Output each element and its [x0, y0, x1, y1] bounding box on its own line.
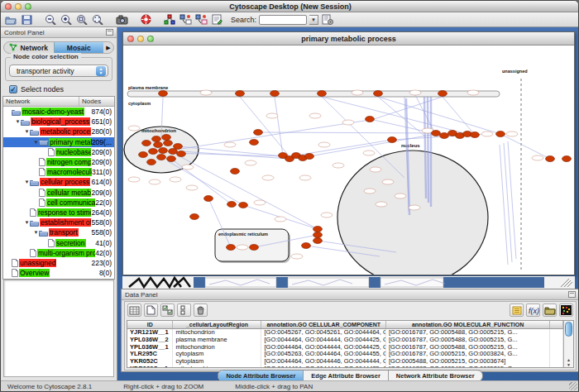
tree-column-nodes[interactable]: Nodes: [79, 97, 103, 106]
node-label-pill[interactable]: [506, 131, 518, 136]
filter-settings-icon[interactable]: [322, 14, 333, 25]
network-node[interactable]: [159, 91, 168, 97]
network-node[interactable]: [159, 148, 168, 154]
expand-arrow-icon[interactable]: ▼: [24, 220, 30, 225]
zoom-in-icon[interactable]: [60, 13, 73, 26]
expand-arrow-icon[interactable]: ▼: [33, 230, 39, 235]
network-node[interactable]: [432, 131, 441, 136]
float-data-panel-icon[interactable]: [568, 291, 576, 298]
expand-arrow-icon[interactable]: ▼: [24, 179, 30, 184]
scrollbar-arrows[interactable]: ▲▼: [564, 357, 573, 367]
network-node[interactable]: [174, 144, 183, 150]
network-node[interactable]: [305, 154, 314, 160]
tab-mosaic[interactable]: Mosaic: [54, 42, 104, 53]
node-label-pill[interactable]: [128, 126, 140, 131]
network-node[interactable]: [313, 227, 323, 232]
node-label-pill[interactable]: [363, 151, 375, 155]
node-label-pill[interactable]: [262, 175, 274, 180]
table-row[interactable]: YPL036W__1mitochondrion[GO:0044464, GO:0…: [127, 344, 563, 351]
network-node[interactable]: [270, 91, 280, 97]
node-label-pill[interactable]: [481, 131, 493, 136]
node-label-pill[interactable]: [182, 165, 194, 170]
tree-row-cellular-metabo[interactable]: cellular metabo209(0): [3, 188, 114, 198]
network-node[interactable]: [154, 142, 163, 148]
zoom-selected-icon[interactable]: [75, 13, 89, 26]
network-node[interactable]: [204, 196, 213, 202]
table-row[interactable]: YDR039C__1mitochondrion[GO:0044464, GO:0…: [127, 366, 563, 367]
tree-row-metabolic-process[interactable]: ▼metabolic process280(0): [3, 127, 114, 136]
node-label-pill[interactable]: [467, 90, 479, 95]
tree-row-multi-organism-pro[interactable]: multi-organism pro42(0): [3, 248, 114, 258]
node-label-pill[interactable]: [309, 113, 321, 118]
import-table-icon[interactable]: [543, 304, 557, 317]
float-panel-icon[interactable]: [106, 29, 113, 36]
network-node[interactable]: [177, 151, 186, 157]
network-node[interactable]: [438, 91, 447, 97]
network-node[interactable]: [440, 133, 449, 139]
heatmap-icon[interactable]: [559, 304, 573, 317]
zoom-out-icon[interactable]: [44, 13, 57, 26]
node-label-pill[interactable]: [128, 177, 140, 182]
network-node[interactable]: [302, 243, 311, 249]
network-node[interactable]: [167, 156, 176, 162]
node-label-pill[interactable]: [254, 200, 266, 205]
help-icon[interactable]: [139, 13, 152, 26]
network-node[interactable]: [562, 156, 572, 162]
tabs-overflow-button[interactable]: ▶: [103, 45, 113, 51]
node-label-pill[interactable]: [382, 179, 394, 184]
tree-row-primary-metabo[interactable]: ▼primary metabo209(...: [3, 137, 114, 147]
network-node[interactable]: [169, 149, 178, 155]
network-node[interactable]: [239, 203, 248, 208]
tree-row-establishment-of-lo[interactable]: ▼establishment of lo558(0): [3, 218, 114, 227]
node-label-pill[interactable]: [245, 160, 256, 165]
tree-row-cell-communicat[interactable]: cell communicat22(0): [3, 198, 114, 208]
tree-row-unassigned[interactable]: unassigned223(0): [3, 258, 114, 268]
network-node[interactable]: [164, 141, 173, 146]
network-node[interactable]: [236, 91, 245, 97]
save-icon[interactable]: [20, 13, 33, 26]
table-row[interactable]: YJR121W__1mitochondrion[GO:0045267, GO:0…: [127, 329, 563, 337]
node-label-pill[interactable]: [266, 113, 278, 118]
tree-row-biological-process[interactable]: ▼biological_process651(0): [3, 117, 114, 127]
network-node[interactable]: [471, 132, 480, 138]
network-canvas[interactable]: nucleusmitochondrionplasma membranecytop…: [123, 45, 574, 275]
node-label-pill[interactable]: [200, 90, 212, 95]
column-header-4[interactable]: annotation.GO MOLECULAR_FUNCTION: [386, 321, 550, 328]
network-node[interactable]: [546, 156, 555, 162]
network-node[interactable]: [318, 91, 327, 97]
network-node[interactable]: [250, 140, 259, 146]
tree-row-overview[interactable]: Overview8(0): [3, 268, 114, 278]
node-label-pill[interactable]: [321, 213, 333, 218]
node-label-pill[interactable]: [318, 142, 330, 147]
node-label-pill[interactable]: [275, 217, 286, 222]
network-node[interactable]: [388, 137, 397, 143]
delete-attribute-icon[interactable]: [194, 304, 208, 317]
network-node[interactable]: [149, 149, 158, 155]
tree-column-network[interactable]: Network: [3, 97, 79, 106]
table-scrollbar[interactable]: ▲▼: [563, 321, 573, 367]
network-view-window[interactable]: primary metabolic process nucleusmitocho…: [122, 31, 575, 275]
node-label-pill[interactable]: [376, 202, 387, 207]
network-node[interactable]: [227, 245, 236, 251]
node-label-pill[interactable]: [224, 142, 236, 147]
column-header-1[interactable]: ID: [127, 321, 173, 328]
new-network-from-selected-nodes-icon[interactable]: [179, 13, 192, 26]
new-attribute-icon[interactable]: [144, 304, 158, 317]
network-node[interactable]: [231, 169, 240, 174]
tree-row-cellular-process[interactable]: ▼cellular process614(0): [3, 177, 114, 187]
select-nodes-checkbox[interactable]: ✓: [9, 85, 17, 93]
node-label-pill[interactable]: [532, 155, 543, 160]
node-label-pill[interactable]: [149, 179, 160, 184]
network-node[interactable]: [366, 117, 375, 122]
network-node[interactable]: [152, 136, 161, 142]
network-node[interactable]: [250, 245, 259, 251]
tree-row-nucleobase-[interactable]: nucleobase-209(0): [3, 147, 114, 157]
network-node[interactable]: [227, 202, 237, 208]
scrollbar-thumb[interactable]: [565, 322, 572, 337]
node-label-pill[interactable]: [299, 175, 311, 180]
zoom-fit-icon[interactable]: [91, 13, 104, 26]
network-node[interactable]: [374, 91, 383, 97]
column-header-3[interactable]: annotation.GO CELLULAR_COMPONENT: [261, 321, 386, 328]
node-color-dropdown[interactable]: transporter activity ▲▼: [9, 65, 108, 77]
node-label-pill[interactable]: [395, 194, 406, 198]
